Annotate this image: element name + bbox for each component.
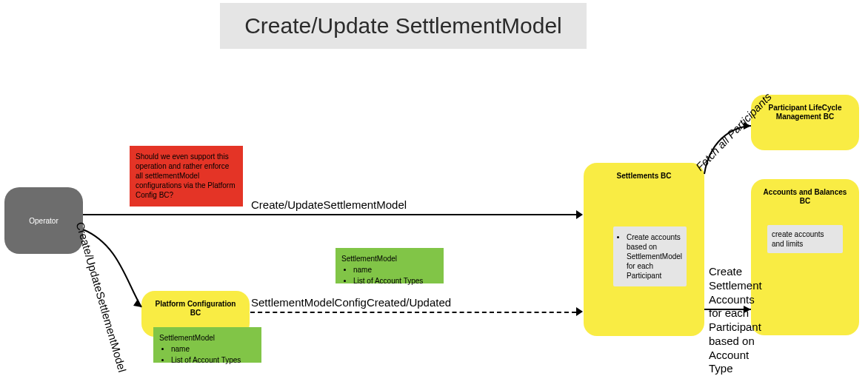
svg-marker-0 (133, 299, 141, 307)
list-item: List of Account Types (353, 276, 438, 286)
accounts-bc-node: Accounts and Balances BC create accounts… (751, 179, 859, 335)
list-item: name (353, 265, 438, 275)
note-green-model-floating: SettlementModel name List of Account Typ… (335, 248, 444, 283)
diagram-canvas: Create/Update SettlementModel Operator S… (0, 0, 868, 376)
list-item: name (171, 344, 256, 354)
settlements-bc-node: Settlements BC Create accounts based on … (584, 163, 704, 336)
platform-config-bc-title: Platform Configuration BC (147, 297, 244, 320)
edge-operator-to-settlements-label: Create/UpdateSettlementModel (251, 198, 407, 211)
note-red-question-text: Should we even support this operation an… (136, 152, 236, 199)
accounts-bc-inner-note: create accounts and limits (767, 225, 843, 253)
note-red-question: Should we even support this operation an… (130, 146, 243, 207)
settlements-bc-inner-list: Create accounts based on SettlementModel… (627, 232, 682, 281)
list-item: List of Account Types (171, 355, 256, 365)
settlements-bc-inner-note: Create accounts based on SettlementModel… (613, 226, 687, 286)
lifecycle-bc-title: Participant LifeCycle Management BC (757, 101, 853, 124)
note-green-model-under-pc: SettlementModel name List of Account Typ… (153, 327, 261, 363)
accounts-bc-title: Accounts and Balances BC (757, 185, 853, 209)
edge-settlements-to-accounts-label: Create Settlement Accounts for each Part… (709, 265, 761, 376)
note-green-model-floating-title: SettlementModel (341, 254, 438, 263)
note-green-model-under-pc-title: SettlementModel (159, 333, 256, 343)
edge-pc-to-settlements-label: SettlementModelConfigCreated/Updated (251, 296, 451, 309)
note-green-model-floating-list: name List of Account Types (353, 265, 438, 286)
arrowhead-icon (576, 307, 583, 316)
operator-node: Operator (4, 187, 83, 254)
note-green-model-under-pc-list: name List of Account Types (171, 344, 256, 365)
operator-label: Operator (29, 217, 58, 225)
edge-operator-to-settlements (83, 214, 576, 215)
edge-pc-to-settlements (250, 312, 576, 313)
settlements-bc-title: Settlements BC (590, 169, 698, 184)
diagram-title: Create/Update SettlementModel (220, 3, 587, 49)
edge-operator-to-pc-label: Create/UpdateSettlementModel (74, 221, 129, 374)
list-item: Create accounts based on SettlementModel… (627, 232, 682, 281)
